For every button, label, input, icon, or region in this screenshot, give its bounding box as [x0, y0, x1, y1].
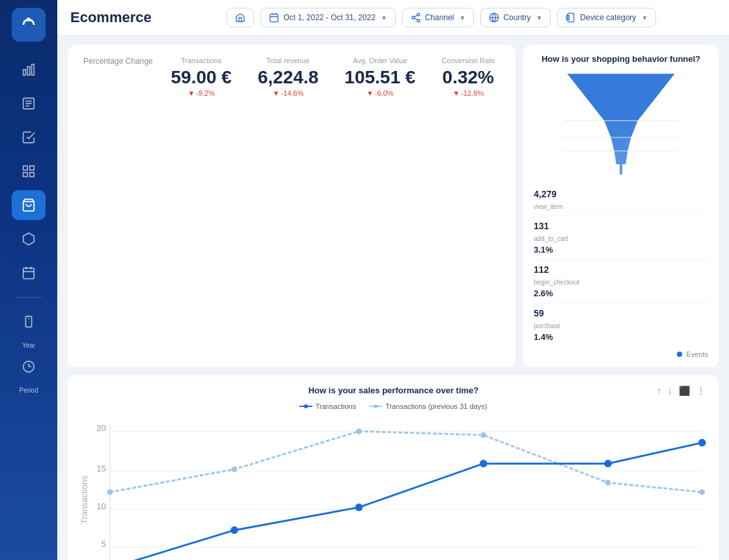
dashboard-content: Percentage Change Transactions 59.00 € ▼… [57, 36, 729, 560]
svg-point-63 [232, 466, 238, 472]
kpi-label-col: Percentage Change [83, 57, 166, 66]
funnel-stage-purchase: 59 purchase 1.4% [534, 303, 708, 346]
device-filter-btn[interactable]: Device category ▼ [557, 8, 656, 27]
country-filter-btn[interactable]: Country ▼ [480, 8, 551, 27]
main-content: Ecommerce Oct 1, 2022 - Oct 31, 2022 ▼ C… [57, 0, 729, 560]
svg-rect-3 [27, 66, 30, 75]
kpi-aov-change: ▼ -6.0% [366, 89, 394, 97]
device-category-label: Device category [580, 13, 636, 22]
sort-asc-btn[interactable]: ↑ [655, 384, 663, 397]
period-label: Period [20, 387, 38, 394]
kpi-aov-label: Avg. Order Value [353, 57, 407, 64]
funnel-stages: 4,279 view_item 131 add_to_cart 3.1% 112… [534, 184, 708, 346]
row-kpi-funnel: Percentage Change Transactions 59.00 € ▼… [68, 45, 719, 367]
kpi-conversion-label: Conversion Rate [441, 57, 495, 64]
download-btn[interactable]: ⬛ [678, 384, 691, 397]
sidebar: Year Period [0, 0, 57, 560]
svg-rect-2 [23, 70, 26, 75]
svg-rect-11 [23, 173, 27, 176]
funnel-title: How is your shopping behavior funnel? [534, 54, 708, 64]
svg-marker-37 [568, 74, 675, 120]
sidebar-bottom: Year Period [12, 307, 46, 400]
svg-marker-38 [604, 120, 638, 137]
svg-rect-9 [23, 166, 27, 170]
channel-filter-btn[interactable]: Channel ▼ [402, 8, 475, 27]
svg-point-60 [604, 460, 612, 468]
sidebar-item-analytics[interactable] [12, 55, 46, 85]
svg-text:5: 5 [102, 539, 106, 549]
funnel-card: How is your shopping behavior funnel? [523, 45, 719, 367]
svg-point-64 [356, 428, 362, 434]
svg-point-29 [417, 20, 420, 22]
line-chart-header: How is your sales performance over time?… [79, 384, 707, 397]
svg-rect-4 [32, 64, 34, 76]
svg-line-31 [415, 15, 418, 17]
funnel-stage-view-item: 4,279 view_item [534, 184, 708, 216]
kpi-revenue-label: Total revenue [267, 57, 310, 64]
svg-text:15: 15 [96, 464, 106, 473]
kpi-section-label: Percentage Change [83, 57, 153, 66]
sidebar-item-grid[interactable] [12, 156, 46, 186]
svg-point-66 [605, 480, 611, 486]
kpi-revenue: Total revenue 6,224.8 ▼ -14.6% [258, 57, 318, 97]
funnel-svg [534, 70, 708, 178]
sidebar-item-interactions[interactable] [12, 122, 46, 152]
country-label: Country [503, 13, 530, 22]
sidebar-divider [16, 297, 42, 298]
kpi-revenue-change: ▼ -14.6% [273, 89, 304, 97]
kpi-conversion-value: 0.32% [443, 67, 494, 88]
svg-point-67 [699, 489, 705, 495]
funnel-legend: Events [534, 350, 708, 358]
kpi-metrics: Transactions 59.00 € ▼ -9.2% Total reven… [166, 57, 500, 97]
home-filter-btn[interactable] [227, 8, 254, 27]
date-chevron-icon: ▼ [381, 14, 387, 21]
sidebar-item-products[interactable] [12, 224, 46, 254]
svg-point-1 [27, 18, 31, 21]
funnel-legend-label: Events [686, 350, 708, 358]
line-chart-legend: Transactions Transactions (previous 31 d… [79, 402, 707, 410]
svg-line-30 [415, 18, 418, 20]
svg-rect-12 [30, 173, 34, 176]
line-chart-svg: 20 15 10 5 0 [79, 414, 707, 560]
header-filters: Oct 1, 2022 - Oct 31, 2022 ▼ Channel ▼ C… [167, 8, 716, 27]
sidebar-item-year[interactable] [12, 307, 46, 337]
channel-label: Channel [425, 13, 454, 22]
page-title: Ecommerce [70, 9, 152, 26]
country-chevron-icon: ▼ [536, 14, 542, 21]
year-label: Year [22, 342, 35, 349]
sidebar-nav: Year Period [12, 55, 46, 552]
kpi-transactions: Transactions 59.00 € ▼ -9.2% [171, 57, 231, 97]
more-btn[interactable]: ⋮ [695, 384, 707, 397]
svg-text:20: 20 [96, 423, 106, 433]
svg-point-27 [417, 13, 420, 16]
kpi-aov-value: 105.51 € [344, 67, 415, 88]
sidebar-item-period[interactable] [12, 352, 46, 382]
device-chevron-icon: ▼ [641, 14, 648, 21]
svg-marker-40 [614, 151, 628, 165]
line-chart-actions: ↑ ↓ ⬛ ⋮ [655, 384, 707, 397]
header: Ecommerce Oct 1, 2022 - Oct 31, 2022 ▼ C… [57, 0, 729, 36]
kpi-conversion: Conversion Rate 0.32% ▼ -12.8% [441, 57, 495, 97]
svg-text:Transactions: Transactions [79, 475, 89, 524]
sort-desc-btn[interactable]: ↓ [667, 384, 674, 397]
funnel-stage-add-cart: 131 add_to_cart 3.1% [534, 216, 708, 260]
sidebar-item-ecommerce[interactable] [12, 190, 46, 220]
sidebar-item-calendar[interactable] [12, 258, 46, 288]
date-range-filter-btn[interactable]: Oct 1, 2022 - Oct 31, 2022 ▼ [260, 8, 395, 27]
kpi-conversion-change: ▼ -12.8% [452, 89, 484, 97]
svg-point-0 [18, 14, 39, 35]
svg-rect-18 [25, 316, 31, 328]
svg-rect-14 [23, 268, 34, 279]
sidebar-item-reports[interactable] [12, 89, 46, 119]
legend-transactions-prev: Transactions (previous 31 days) [369, 402, 487, 410]
date-range-label: Oct 1, 2022 - Oct 31, 2022 [283, 13, 375, 22]
legend-transactions: Transactions [299, 402, 357, 410]
svg-point-28 [412, 16, 415, 19]
app-logo [12, 8, 46, 42]
svg-point-58 [355, 503, 363, 511]
line-chart-title: How is your sales performance over time? [131, 385, 655, 395]
svg-point-57 [230, 526, 238, 534]
kpi-aov: Avg. Order Value 105.51 € ▼ -6.0% [344, 57, 415, 97]
kpi-transactions-change: ▼ -9.2% [187, 89, 215, 97]
svg-text:10: 10 [96, 501, 106, 511]
